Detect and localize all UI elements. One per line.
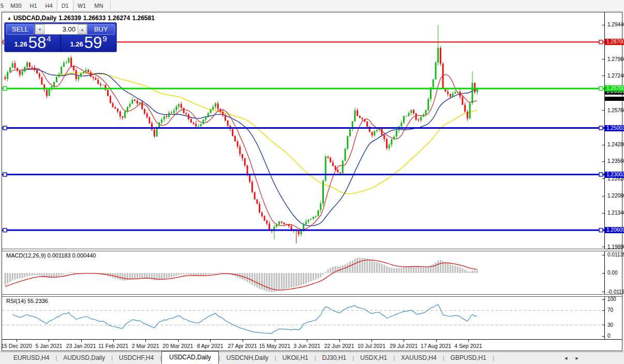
macd-axis-tick (602, 255, 605, 255)
date-axis-tick (17, 340, 17, 342)
price-axis-tick (602, 178, 605, 179)
timeframe-button-m30[interactable]: M30 (6, 0, 25, 11)
toolbar-separator (110, 2, 111, 10)
price-axis-label: 1.25760 (607, 108, 624, 114)
timeframe-button-h4[interactable]: H4 (41, 0, 57, 11)
volume-input[interactable] (44, 24, 78, 34)
date-axis-tick (372, 340, 372, 342)
tab-xauusd-h4[interactable]: XAUUSD,H4 (395, 352, 443, 364)
chart-marker-icon: ▲ (7, 16, 11, 21)
timeframe-button-h1[interactable]: H1 (26, 0, 41, 11)
pane-separator[interactable] (2, 249, 622, 251)
rsi-axis-label: 0 (607, 333, 611, 339)
price-axis-label: 1.22080 (607, 193, 624, 199)
timeframe-button-d1[interactable]: D1 (57, 0, 73, 11)
ohlc-close: 1.26581 (132, 14, 154, 22)
price-axis-tick (602, 25, 605, 25)
date-axis-tick (339, 340, 340, 342)
date-axis-label: 4 Sep 2021 (450, 343, 486, 349)
rsi-axis-tick (602, 325, 605, 325)
timeframe-button-mn[interactable]: MN (90, 0, 107, 11)
date-axis-tick (145, 340, 146, 342)
date-axis-tick (307, 340, 307, 342)
chart-window: 15 Dec 20205 Jan 202123 Jan 202111 Feb 2… (2, 12, 622, 351)
buy-price-pip: 9 (102, 34, 107, 43)
rsi-axis-tick (602, 336, 605, 337)
timeframe-button-w1[interactable]: W1 (73, 0, 91, 11)
timeframe-toolbar: 5M30H1H4D1W1MN (0, 0, 624, 11)
tab-gbpusd-h1[interactable]: GBPUSD,H1 (444, 352, 493, 364)
price-axis-tick (602, 247, 605, 247)
sell-price-pip: 4 (47, 34, 51, 43)
price-tag-1.20609: 1.20609 (605, 227, 624, 233)
volume-increase-button[interactable]: ▲ (78, 24, 87, 34)
buy-price: 1.26 59 9 (61, 33, 116, 51)
tab-ukoil-h1[interactable]: UKOil,H1 (276, 352, 315, 364)
volume-spinner: ▼ ▲ (35, 24, 87, 35)
tab-dj30-h1[interactable]: DJ30,H1 (316, 352, 353, 364)
date-axis-label: 22 Jun 2021 (321, 343, 358, 349)
price-tag-1.23003: 1.23003 (605, 172, 624, 178)
date-axis-tick (404, 340, 404, 342)
date-axis-label: 23 Jan 2021 (63, 343, 99, 349)
chart-tab-bar: EURUSD,H4|AUDUSD,Daily|USDCHF,H4|USDCAD,… (0, 352, 624, 364)
volume-decrease-button[interactable]: ▼ (35, 24, 44, 34)
date-axis-tick (275, 340, 275, 342)
price-axis-tick (602, 75, 605, 76)
date-axis-tick (113, 340, 114, 342)
macd-axis-tick (602, 292, 605, 292)
date-axis-tick (468, 340, 469, 342)
tab-usdchf-h4[interactable]: USDCHF,H4 (113, 352, 160, 364)
date-axis-label: 20 Mar 2021 (160, 343, 196, 349)
rsi-label: RSI(14) 55.2336 (6, 298, 48, 304)
date-axis-tick (210, 340, 211, 342)
date-axis-label: 29 Jul 2021 (385, 343, 422, 349)
tab-scroll-right-icon[interactable]: ▸ (575, 355, 578, 361)
date-axis-label: 3 Jun 2021 (289, 343, 325, 349)
date-axis-label: 10 Jul 2021 (353, 343, 390, 349)
price-axis-tick (602, 59, 605, 59)
macd-label: MACD(12,26,9) 0.001183 0.000440 (6, 252, 96, 259)
rsi-axis-label: 100 (607, 296, 616, 302)
date-axis-label: 2 Mar 2021 (127, 343, 164, 349)
price-axis-label: 1.29440 (607, 22, 624, 28)
date-axis-tick (81, 340, 82, 342)
macd-name: MACD(12,26,9) (6, 252, 46, 259)
tab-usdcad-daily[interactable]: USDCAD,Daily (161, 351, 219, 364)
rsi-axis-tick (602, 310, 605, 311)
date-axis-tick (49, 340, 49, 342)
macd-axis-label: 0.00 (607, 270, 617, 276)
ohlc-open: 1.26339 (58, 14, 81, 22)
tab-usdcnh-daily[interactable]: USDCNH,Daily (220, 352, 275, 364)
sell-price-prefix: 1.26 (14, 40, 27, 48)
pane-separator[interactable] (2, 294, 622, 297)
tab-usdx-h1[interactable]: USDX,H1 (354, 352, 393, 364)
one-click-trading-panel: SELL 1.26 58 4 BUY 1.26 59 9 ▼ ▲ (4, 22, 117, 52)
date-axis-tick (436, 340, 437, 342)
timeframe-button-5[interactable]: 5 (0, 0, 6, 11)
rsi-axis-label: 70 (607, 307, 613, 313)
macd-axis-tick (602, 273, 605, 274)
date-axis-label: 11 Feb 2021 (95, 343, 131, 349)
price-axis-label: 1.27240 (607, 73, 624, 79)
price-axis-tick (602, 110, 605, 111)
price-axis-tick (602, 196, 605, 196)
ohlc-high: 1.26633 (83, 14, 106, 22)
price-axis-tick (602, 213, 605, 214)
price-axis-tick (602, 161, 605, 162)
tab-audusd-daily[interactable]: AUDUSD,Daily (57, 352, 111, 364)
rsi-axis-tick (602, 299, 605, 300)
price-axis[interactable]: 1.294401.279601.272401.257601.242801.235… (2, 12, 622, 339)
tab-eurusd-h4[interactable]: EURUSD,H4 (7, 352, 55, 364)
rsi-name: RSI(14) (6, 298, 26, 304)
chart-symbol-period: USDCAD,Daily (13, 14, 56, 22)
tab-scroll-left-icon[interactable]: ◂ (564, 355, 568, 361)
buy-price-big: 59 (84, 35, 102, 51)
date-axis-label: 17 Aug 2021 (418, 343, 454, 349)
price-axis-label: 1.23560 (607, 158, 624, 164)
price-tag-1.26700: 1.26700 (605, 85, 624, 92)
macd-axis-label: 0.01135 (607, 252, 624, 258)
price-tag-1.28700: 1.28700 (605, 39, 624, 45)
date-axis[interactable]: 15 Dec 20205 Jan 202123 Jan 202111 Feb 2… (2, 339, 622, 351)
buy-price-prefix: 1.26 (70, 40, 83, 48)
